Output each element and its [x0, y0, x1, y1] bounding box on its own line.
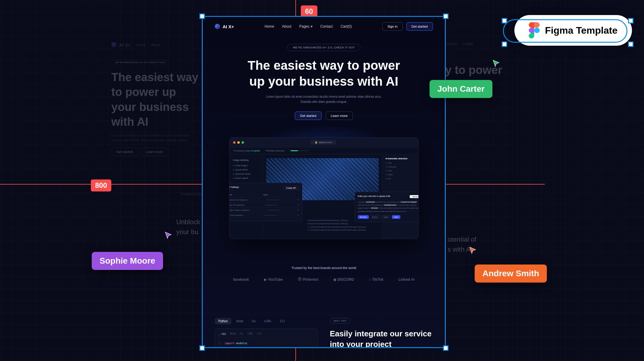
- cursor-sophie: [164, 231, 173, 240]
- user-badge-sophie: Sophie Moore: [92, 252, 163, 270]
- resize-handle-ne[interactable]: [443, 14, 448, 19]
- resize-handle[interactable]: [502, 41, 507, 47]
- resize-handle-se[interactable]: [443, 345, 448, 351]
- user-badge-john: John Carter: [430, 80, 492, 98]
- background-frame-left: AI X+ HomeAbout WE'VE ANNOUNCED AI+ 2.0,…: [111, 42, 202, 196]
- selection-outline[interactable]: [202, 16, 446, 348]
- guide-measurement-top: 60: [301, 5, 317, 17]
- user-badge-andrew: Andrew Smith: [475, 265, 547, 283]
- pill-selection-outline[interactable]: [503, 19, 627, 43]
- cursor-john: [492, 60, 501, 68]
- resize-handle-sw[interactable]: [199, 345, 205, 351]
- guide-measurement-left: 800: [91, 179, 111, 191]
- background-frame-right: ContactCart(0) y to power: [445, 42, 575, 77]
- resize-handle-nw[interactable]: [199, 14, 205, 19]
- resize-handle[interactable]: [628, 18, 633, 23]
- cursor-andrew: [469, 246, 477, 255]
- resize-handle[interactable]: [628, 41, 633, 47]
- faded-text-unblock: Unblockyour bu: [176, 217, 200, 237]
